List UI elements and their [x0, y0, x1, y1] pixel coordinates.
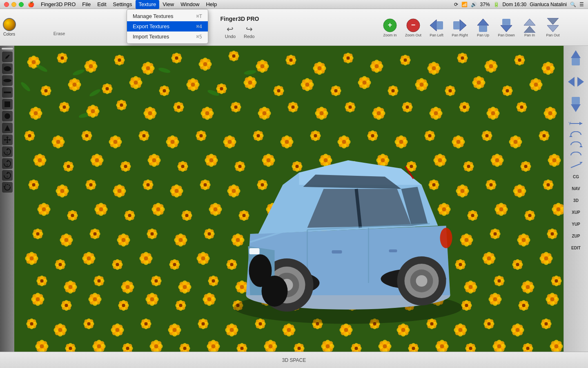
svg-marker-34 — [3, 186, 6, 187]
tilt-icon[interactable] — [569, 162, 583, 169]
undo-button[interactable]: ↩ Undo — [225, 24, 236, 39]
rotate-x-tool[interactable]: x — [2, 146, 13, 157]
svg-marker-27 — [9, 139, 11, 141]
pan-left-button[interactable]: Pan Left — [426, 18, 447, 37]
rect-flat-tool[interactable] — [2, 87, 13, 98]
menu-item-view[interactable]: View — [159, 0, 177, 9]
move-tool[interactable] — [2, 135, 13, 145]
menu-item-settings[interactable]: Settings — [110, 0, 136, 9]
svg-point-16 — [4, 66, 11, 71]
svg-marker-81 — [571, 104, 581, 112]
xup-button[interactable]: XUP — [566, 207, 586, 218]
undo-icon: ↩ — [227, 24, 234, 34]
pan-arrow-up-icon[interactable] — [567, 49, 585, 67]
svg-rect-75 — [389, 249, 397, 252]
zoom-out-icon: − — [405, 18, 421, 33]
rotate-right-icon[interactable] — [569, 141, 583, 149]
zoom-out-button[interactable]: − Zoom Out — [403, 18, 424, 37]
toolbar-right: + Zoom In − Zoom Out Pan Left — [379, 18, 588, 37]
pan-right-button[interactable]: Pan Right — [449, 18, 470, 37]
pan-out-button[interactable]: Pan Out — [542, 18, 564, 37]
close-button[interactable] — [4, 2, 9, 7]
redo-button[interactable]: ↪ Redo — [244, 24, 254, 39]
rotate-z-tool[interactable]: z — [2, 170, 13, 181]
manage-textures-item[interactable]: Manage Textures ⌘T — [127, 11, 208, 21]
pan-arrow-down-icon[interactable] — [567, 95, 585, 113]
zup-label: ZUP — [572, 234, 580, 238]
pan-up-button[interactable]: Pan Up — [472, 18, 494, 37]
edit-button[interactable]: EDIT — [566, 242, 586, 253]
list-icon[interactable]: ☰ — [579, 2, 584, 7]
color-swatch[interactable] — [3, 18, 16, 31]
svg-rect-19 — [4, 101, 10, 107]
svg-text:z: z — [7, 175, 8, 178]
menu-right: ⟳ 📶 🔊 37% 🔋 Dom 16:30 Gianluca Natalini … — [454, 2, 584, 7]
toolbar-actions: ↩ Undo ↪ Redo — [225, 24, 255, 39]
ellipse-flat-tool[interactable] — [2, 75, 13, 86]
svg-point-69 — [416, 275, 428, 287]
battery-icon: 🔋 — [493, 2, 499, 7]
pan-left-icon — [429, 18, 444, 33]
import-textures-label: Import Textures — [133, 34, 169, 40]
circle-tool[interactable] — [2, 111, 13, 121]
manage-textures-shortcut: ⌘T — [196, 13, 202, 19]
svg-text:−: − — [411, 21, 416, 29]
spin-tool[interactable] — [2, 182, 13, 193]
pan-out-label: Pan Out — [546, 33, 559, 37]
clock-icon: ⟳ — [454, 2, 458, 7]
canvas-area[interactable] — [14, 46, 564, 352]
rotate-left-icon[interactable] — [569, 131, 583, 139]
rect-tool[interactable] — [2, 99, 13, 110]
svg-text:x: x — [7, 151, 8, 155]
yup-button[interactable]: YUP — [566, 219, 586, 229]
svg-marker-10 — [501, 25, 512, 32]
3d-label: 3D — [573, 198, 579, 203]
ellipse-tool[interactable] — [2, 63, 13, 74]
svg-marker-12 — [524, 19, 535, 25]
import-textures-item[interactable]: Import Textures ⌘5 — [127, 31, 208, 42]
apple-icon[interactable]: 🍎 — [28, 1, 34, 7]
menu-item-texture[interactable]: Texture — [136, 0, 160, 9]
maximize-button[interactable] — [19, 2, 24, 7]
3d-button[interactable]: 3D — [566, 195, 586, 206]
export-textures-item[interactable]: Export Textures ⌘4 — [127, 21, 208, 31]
search-icon[interactable]: 🔍 — [570, 2, 576, 7]
traffic-lights — [4, 2, 24, 7]
pen-tool[interactable] — [2, 52, 13, 62]
svg-marker-25 — [6, 142, 9, 144]
pan-right-icon — [452, 18, 468, 33]
left-toolbar: x y z — [0, 46, 14, 352]
canvas-background — [14, 46, 564, 352]
menu-item-help[interactable]: Help — [203, 0, 220, 9]
cg-button[interactable]: CG — [566, 171, 586, 182]
export-textures-label: Export Textures — [133, 23, 169, 29]
nav-button[interactable]: NAV — [566, 183, 586, 194]
right-sidebar: Y CG — [564, 46, 588, 352]
erase-label: Erase — [53, 31, 65, 36]
pan-in-button[interactable]: Pan In — [519, 18, 540, 37]
zoom-3d-icon[interactable] — [569, 152, 583, 159]
app-title: Finger3D PRO — [220, 16, 259, 22]
zoom-in-button[interactable]: + Zoom In — [379, 18, 401, 37]
menu-item-window[interactable]: Window — [177, 0, 203, 9]
svg-text:y: y — [7, 163, 8, 166]
menu-item-app[interactable]: Finger3D PRO — [38, 0, 79, 9]
svg-marker-13 — [524, 26, 535, 33]
pan-arrow-left-icon[interactable] — [567, 73, 575, 91]
zup-button[interactable]: ZUP — [566, 231, 586, 241]
menu-item-file[interactable]: File — [79, 0, 94, 9]
main-area: x y z — [0, 46, 588, 352]
svg-marker-14 — [547, 25, 559, 32]
zoom-in-label: Zoom In — [383, 33, 396, 37]
colors-label: Colors — [3, 32, 15, 36]
rotate-y-tool[interactable]: y — [2, 158, 13, 169]
pan-arrow-right-icon[interactable] — [577, 73, 585, 91]
edit-label: EDIT — [571, 246, 581, 250]
zoom-in-icon: + — [382, 18, 398, 33]
menu-item-edit[interactable]: Edit — [94, 0, 109, 9]
pan-down-button[interactable]: Pan Down — [496, 18, 517, 37]
wifi-icon: 📶 — [461, 2, 468, 7]
minimize-button[interactable] — [11, 2, 16, 7]
triangle-tool[interactable] — [2, 123, 13, 133]
svg-rect-74 — [332, 250, 342, 254]
